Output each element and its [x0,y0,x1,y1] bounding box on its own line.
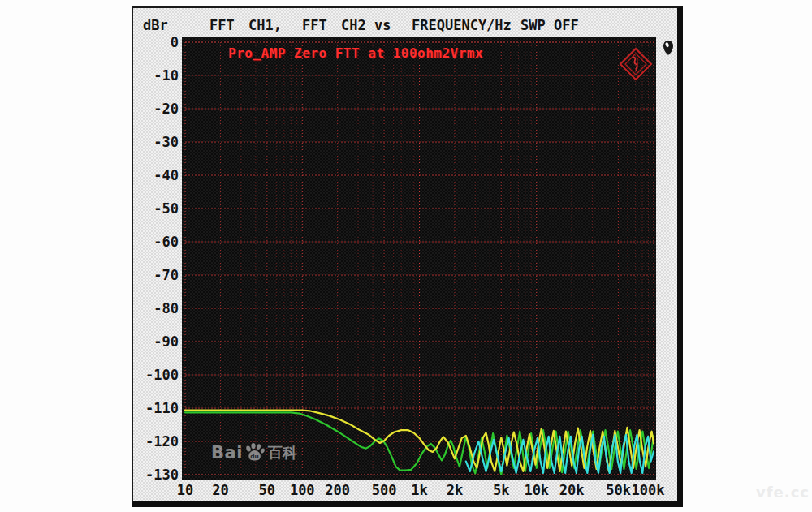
x-tick-label: 200 [325,482,350,498]
plot-area: Pro_AMP Zero FTT at 100ohm2Vrmx Bai du 百… [182,37,656,480]
trace1-type-label: FFT [209,17,235,33]
x-tick-label: 2k [447,482,463,498]
y-tick-label: -80 [122,300,179,316]
baidu-watermark-text-right: 百科 [268,443,297,463]
screenshot-page: dBr FFT CH1, FFT CH2 vs FREQUENCY/Hz SWP… [0,0,812,512]
y-tick-label: 0 [122,34,179,50]
sweep-status-label: SWP OFF [520,17,579,33]
x-tick-label: 20k [559,482,585,498]
badge-glyph-icon [663,40,674,56]
x-tick-label: 50k [606,482,631,498]
baidu-baike-watermark: Bai du 百科 [211,442,297,463]
x-tick-label: 100 [290,482,315,498]
baidu-watermark-text-left: Bai [211,443,243,463]
y-tick-label: -10 [122,67,179,84]
trace2-channel-label: CH2 vs [341,17,391,33]
x-tick-label: 500 [372,482,397,498]
x-tick-label: 10 [177,482,193,498]
y-tick-label: -20 [122,101,179,117]
x-axis-label: FREQUENCY/Hz [412,17,512,33]
plot-canvas [182,37,656,480]
x-tick-label: 5k [493,482,509,498]
y-tick-label: -60 [122,234,179,250]
y-tick-label: -130 [122,467,179,483]
svg-text:du: du [250,453,259,460]
x-tick-label: 50 [259,482,275,498]
y-tick-label: -50 [122,200,179,217]
y-tick-label: -90 [122,333,179,350]
diamond-logo-icon [619,47,653,81]
x-tick-label: 100k [632,482,665,498]
y-tick-label: -40 [122,167,179,183]
site-watermark: vfe.cc [756,484,810,501]
y-tick-label: -70 [122,267,179,283]
baidu-paw-icon: du [244,442,266,463]
y-tick-label: -110 [122,400,179,416]
x-tick-label: 10k [524,482,549,498]
y-tick-label: -100 [122,367,179,383]
trace1-channel-label: CH1, [248,17,282,33]
x-tick-label: 1k [411,482,427,498]
y-tick-label: -120 [122,433,179,450]
plot-title: Pro_AMP Zero FTT at 100ohm2Vrmx [228,45,483,61]
trace2-type-label: FFT [302,17,327,33]
y-tick-label: -30 [122,134,179,150]
y-unit-label: dBr [143,17,168,33]
x-tick-label: 20 [212,482,228,498]
